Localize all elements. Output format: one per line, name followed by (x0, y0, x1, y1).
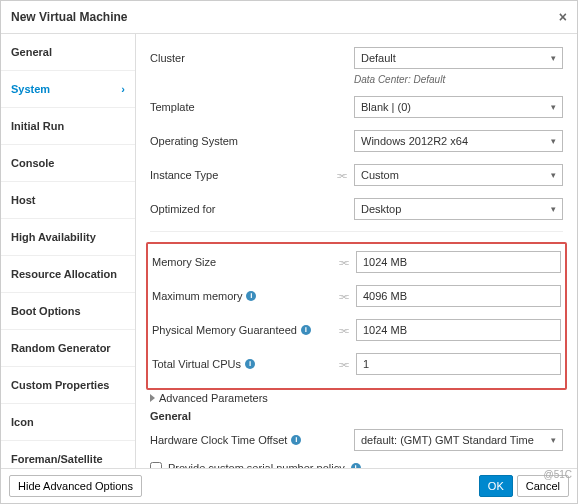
chevron-down-icon: ▾ (551, 136, 556, 146)
sidebar-item-label: System (11, 83, 50, 95)
sidebar-item-initial-run[interactable]: Initial Run (1, 108, 135, 145)
divider (150, 231, 563, 232)
info-icon[interactable]: i (245, 359, 255, 369)
sidebar-item-label: Resource Allocation (11, 268, 117, 280)
cluster-select[interactable]: Default▾ (354, 47, 563, 69)
sidebar-item-label: Host (11, 194, 35, 206)
select-value: Desktop (361, 203, 401, 215)
ok-button[interactable]: OK (479, 475, 513, 497)
max-memory-label: Maximum memoryi (152, 290, 332, 302)
sidebar-item-high-availability[interactable]: High Availability (1, 219, 135, 256)
max-memory-input[interactable] (356, 285, 561, 307)
sidebar-item-general[interactable]: General (1, 34, 135, 71)
sidebar-item-label: Boot Options (11, 305, 81, 317)
sidebar-item-console[interactable]: Console (1, 145, 135, 182)
close-icon[interactable]: × (559, 9, 567, 25)
link-icon: ⫘ (338, 357, 350, 371)
select-value: Windows 2012R2 x64 (361, 135, 468, 147)
select-value: Blank | (0) (361, 101, 411, 113)
link-icon: ⫘ (338, 289, 350, 303)
select-value: default: (GMT) GMT Standard Time (361, 434, 534, 446)
clock-offset-select[interactable]: default: (GMT) GMT Standard Time▾ (354, 429, 563, 451)
highlight-box: Memory Size ⫘ Maximum memoryi ⫘ Physical… (146, 242, 567, 390)
chevron-down-icon: ▾ (551, 102, 556, 112)
chevron-down-icon: ▾ (551, 435, 556, 445)
instance-type-select[interactable]: Custom▾ (354, 164, 563, 186)
sidebar-item-label: Initial Run (11, 120, 64, 132)
sidebar-item-label: General (11, 46, 52, 58)
clock-offset-label: Hardware Clock Time Offseti (150, 434, 330, 446)
sidebar-item-label: Icon (11, 416, 34, 428)
sidebar-item-label: High Availability (11, 231, 96, 243)
new-vm-dialog: New Virtual Machine × General System› In… (0, 0, 578, 504)
content-area: Cluster Default▾ Data Center: Default Te… (136, 34, 577, 468)
info-icon[interactable]: i (246, 291, 256, 301)
vcpu-input[interactable] (356, 353, 561, 375)
phys-mem-label: Physical Memory Guaranteedi (152, 324, 332, 336)
hide-advanced-button[interactable]: Hide Advanced Options (9, 475, 142, 497)
info-icon[interactable]: i (291, 435, 301, 445)
template-label: Template (150, 101, 330, 113)
instance-type-label: Instance Type (150, 169, 330, 181)
link-icon: ⫘ (336, 168, 348, 182)
phys-mem-input[interactable] (356, 319, 561, 341)
advanced-parameters-label: Advanced Parameters (159, 392, 268, 404)
cluster-label: Cluster (150, 52, 330, 64)
info-icon[interactable]: i (301, 325, 311, 335)
advanced-parameters-toggle[interactable]: Advanced Parameters (150, 392, 563, 404)
chevron-down-icon: ▾ (551, 170, 556, 180)
os-label: Operating System (150, 135, 330, 147)
chevron-down-icon: ▾ (551, 53, 556, 63)
sidebar-item-resource-allocation[interactable]: Resource Allocation (1, 256, 135, 293)
memory-size-label: Memory Size (152, 256, 332, 268)
titlebar: New Virtual Machine × (1, 1, 577, 34)
dialog-title: New Virtual Machine (11, 10, 127, 24)
chevron-down-icon: ▾ (551, 204, 556, 214)
watermark: @51C (544, 469, 573, 480)
memory-size-input[interactable] (356, 251, 561, 273)
sidebar-item-label: Random Generator (11, 342, 111, 354)
chevron-right-icon: › (121, 83, 125, 95)
sidebar-item-custom-properties[interactable]: Custom Properties (1, 367, 135, 404)
vcpu-label: Total Virtual CPUsi (152, 358, 332, 370)
os-select[interactable]: Windows 2012R2 x64▾ (354, 130, 563, 152)
dialog-body: General System› Initial Run Console Host… (1, 34, 577, 468)
link-icon: ⫘ (338, 323, 350, 337)
sidebar-item-label: Foreman/Satellite (11, 453, 103, 465)
sidebar-item-boot-options[interactable]: Boot Options (1, 293, 135, 330)
sidebar-item-label: Custom Properties (11, 379, 109, 391)
optimized-select[interactable]: Desktop▾ (354, 198, 563, 220)
optimized-label: Optimized for (150, 203, 330, 215)
datacenter-text: Data Center: Default (354, 74, 563, 85)
template-select[interactable]: Blank | (0)▾ (354, 96, 563, 118)
sidebar: General System› Initial Run Console Host… (1, 34, 136, 468)
footer: Hide Advanced Options OK Cancel (1, 468, 577, 503)
select-value: Default (361, 52, 396, 64)
sidebar-item-host[interactable]: Host (1, 182, 135, 219)
link-icon: ⫘ (338, 255, 350, 269)
sidebar-item-label: Console (11, 157, 54, 169)
select-value: Custom (361, 169, 399, 181)
sidebar-item-icon[interactable]: Icon (1, 404, 135, 441)
arrow-right-icon (150, 394, 155, 402)
general-subhead: General (150, 410, 563, 422)
sidebar-item-random-generator[interactable]: Random Generator (1, 330, 135, 367)
sidebar-item-system[interactable]: System› (1, 71, 135, 108)
sidebar-item-foreman-satellite[interactable]: Foreman/Satellite (1, 441, 135, 468)
